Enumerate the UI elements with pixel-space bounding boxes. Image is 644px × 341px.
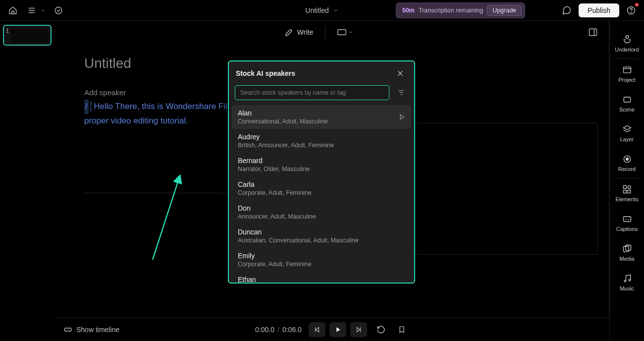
close-icon: [396, 69, 404, 77]
scene-thumb-1[interactable]: 1: [3, 25, 52, 46]
publish-button[interactable]: Publish: [579, 3, 619, 17]
menu-chevron-icon[interactable]: [40, 3, 47, 17]
play-icon: [334, 326, 341, 333]
rail-project[interactable]: Project: [610, 59, 644, 89]
svg-point-6: [626, 36, 629, 39]
speaker-item[interactable]: DonAnnouncer, Adult, Masculine: [232, 200, 411, 224]
skip-back-icon: [314, 326, 321, 333]
svg-point-2: [631, 12, 632, 12]
chevron-down-icon: [333, 7, 339, 13]
speaker-item[interactable]: DuncanAustralian, Conversational, Adult,…: [232, 224, 411, 248]
panel-toggle-button[interactable]: [586, 25, 600, 39]
music-icon: [622, 274, 632, 284]
speaker-tags: Narrator, Older, Masculine: [238, 166, 405, 172]
speaker-item[interactable]: EmilyCorporate, Adult, Feminine: [232, 248, 411, 272]
show-timeline-button[interactable]: Show timeline: [63, 325, 119, 334]
loop-button[interactable]: [374, 323, 388, 337]
right-rail: Underlord Project Scene Layer Record Ele…: [609, 21, 644, 341]
rail-label: Music: [620, 285, 634, 291]
filter-button[interactable]: [394, 86, 408, 100]
rail-music[interactable]: Music: [610, 268, 644, 297]
bookmark-button[interactable]: [395, 323, 409, 337]
speaker-item[interactable]: BernardNarrator, Older, Masculine: [232, 153, 411, 176]
script-line-2: proper video editing tutorial.: [84, 116, 188, 125]
aspect-icon: [337, 29, 346, 35]
speaker-tags: British, Announcer, Adult, Feminine: [238, 142, 405, 149]
svg-rect-8: [624, 97, 630, 102]
rail-label: Layer: [620, 136, 634, 142]
help-button[interactable]: [624, 3, 638, 17]
separator: [325, 26, 325, 39]
rail-record[interactable]: Record: [610, 148, 644, 178]
media-icon: [622, 244, 632, 254]
menu-button[interactable]: [25, 3, 39, 17]
speaker-tags: Corporate, Adult, Feminine: [238, 261, 405, 268]
svg-point-12: [628, 186, 631, 189]
speaker-item[interactable]: AlanConversational, Adult, Masculine: [232, 105, 411, 129]
transcription-pill[interactable]: 50m Transcription remaining Upgrade: [396, 2, 525, 18]
scene-thumbnails: 1: [0, 21, 54, 341]
slash-marker: /: [84, 100, 89, 114]
svg-rect-7: [623, 67, 631, 73]
rail-scene[interactable]: Scene: [610, 89, 644, 118]
chevron-down-icon: [348, 30, 353, 35]
speaker-name: Ethan: [238, 276, 405, 283]
speaker-item[interactable]: CarlaCorporate, Adult, Feminine: [232, 176, 411, 200]
svg-rect-15: [623, 217, 631, 222]
transcription-label: Transcription remaining: [419, 7, 483, 14]
upgrade-button[interactable]: Upgrade: [487, 5, 522, 16]
time-current: 0:00.0: [255, 326, 274, 334]
bottom-bar: Show timeline 0:00.0/0:06.0: [54, 317, 609, 341]
rail-label: Project: [618, 77, 635, 83]
time-total: 0:06.0: [282, 326, 302, 334]
svg-rect-13: [623, 190, 626, 193]
search-input[interactable]: [235, 85, 389, 100]
rail-label: Captions: [616, 226, 638, 232]
speaker-tags: Corporate, Adult, Feminine: [238, 189, 405, 196]
speaker-item[interactable]: EthanConversational, Adult, Masculine: [232, 272, 411, 283]
rail-elements[interactable]: Elements: [610, 178, 644, 208]
play-button[interactable]: [329, 322, 346, 337]
speaker-name: Bernard: [238, 157, 405, 165]
doc-title-label: Untitled: [305, 6, 328, 14]
speaker-list[interactable]: AlanConversational, Adult, MasculineAudr…: [229, 105, 414, 283]
pen-icon: [284, 28, 293, 37]
script-line-1: Hello There, this is Wondershare Filmora: [94, 102, 246, 111]
time-readout: 0:00.0/0:06.0: [255, 326, 302, 334]
close-button[interactable]: [393, 66, 407, 80]
write-button[interactable]: Write: [284, 28, 313, 37]
preview-play-button[interactable]: [398, 114, 405, 120]
comments-button[interactable]: [560, 3, 574, 17]
aspect-ratio-button[interactable]: [337, 29, 353, 35]
editor-toolbar: Write: [54, 21, 609, 44]
filter-icon: [397, 89, 405, 97]
home-button[interactable]: [6, 3, 20, 17]
notification-dot-icon: [635, 3, 639, 6]
loop-icon: [376, 325, 385, 334]
svg-point-19: [629, 280, 630, 281]
speaker-name: Carla: [238, 180, 405, 188]
underlord-icon: [622, 34, 633, 45]
svg-point-0: [55, 7, 62, 14]
rail-media[interactable]: Media: [610, 238, 644, 268]
doc-title-dropdown[interactable]: Untitled: [305, 6, 338, 14]
topbar: Untitled 50m Transcription remaining Upg…: [0, 0, 644, 21]
speaker-item[interactable]: AudreyBritish, Announcer, Adult, Feminin…: [232, 129, 411, 153]
rail-captions[interactable]: Captions: [610, 208, 644, 238]
svg-rect-3: [338, 30, 346, 35]
rail-underlord[interactable]: Underlord: [610, 28, 644, 58]
rail-label: Media: [620, 256, 635, 262]
svg-rect-17: [625, 245, 631, 251]
scene-thumb-number: 1: [6, 28, 9, 34]
speaker-tags: Announcer, Adult, Masculine: [238, 213, 405, 220]
rail-layer[interactable]: Layer: [610, 118, 644, 148]
video-preview[interactable]: [415, 123, 598, 255]
speaker-tags: Conversational, Adult, Masculine: [238, 118, 405, 125]
elements-icon: [622, 184, 632, 194]
transcription-time: 50m: [402, 7, 415, 14]
rail-label: Elements: [616, 196, 639, 202]
next-button[interactable]: [350, 322, 367, 337]
prev-button[interactable]: [309, 322, 325, 337]
scene-thumb-preview: [11, 28, 49, 43]
scene-icon: [622, 95, 632, 105]
